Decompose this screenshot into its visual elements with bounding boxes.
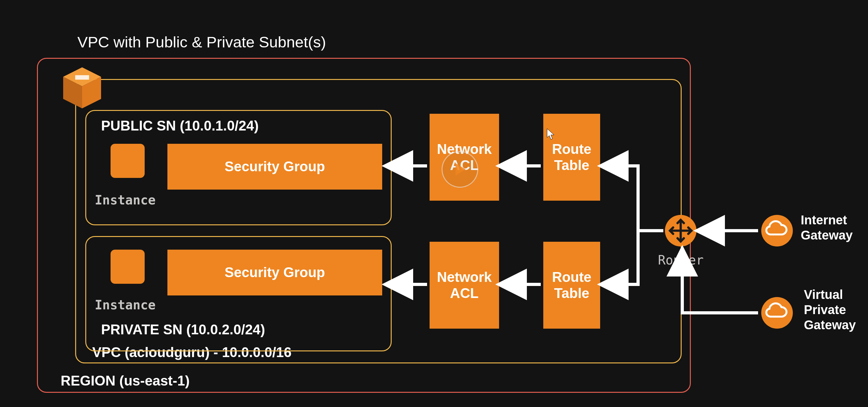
video-play-button[interactable] [441, 151, 478, 188]
private-instance-label: Instance [95, 298, 156, 312]
svg-marker-11 [456, 163, 466, 175]
public-subnet-label: PUBLIC SN (10.0.1.0/24) [101, 118, 259, 134]
router-icon [665, 215, 696, 246]
aws-cube-icon [60, 66, 104, 110]
virtual-private-gateway-icon [761, 297, 793, 329]
private-instance-icon [111, 250, 145, 284]
router-label: Router [658, 253, 704, 267]
diagram-title: VPC with Public & Private Subnet(s) [78, 33, 326, 51]
cursor-icon [547, 128, 556, 141]
private-subnet-label: PRIVATE SN (10.0.2.0/24) [101, 322, 265, 338]
network-acl-bottom: Network ACL [430, 242, 499, 329]
route-table-bottom: Route Table [543, 242, 600, 329]
virtual-private-gateway-label: Virtual Private Gateway [804, 287, 856, 332]
private-security-group: Security Group [167, 250, 382, 295]
public-instance-icon [111, 144, 145, 178]
public-security-group: Security Group [167, 144, 382, 190]
region-label: REGION (us-east-1) [61, 373, 189, 389]
diagram-stage: VPC with Public & Private Subnet(s) REGI… [0, 0, 868, 407]
internet-gateway-icon [761, 215, 793, 246]
play-icon [453, 162, 467, 177]
route-table-top: Route Table [543, 114, 600, 201]
svg-rect-3 [75, 75, 89, 80]
internet-gateway-label: Internet Gateway [801, 212, 853, 243]
public-instance-label: Instance [95, 193, 156, 207]
